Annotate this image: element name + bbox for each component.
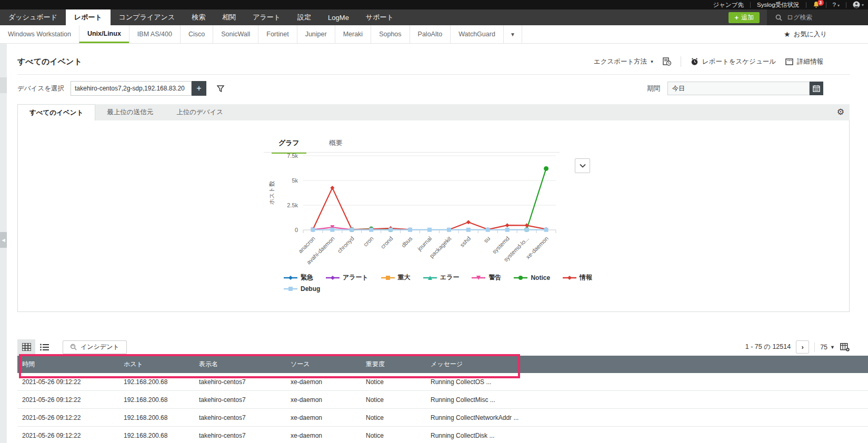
- alarm-clock-icon: [691, 58, 699, 66]
- list-view-button[interactable]: [35, 339, 53, 355]
- subnav-item-4[interactable]: SonicWall: [213, 25, 258, 43]
- collapse-handle[interactable]: ◀: [0, 232, 7, 248]
- subnav-item-8[interactable]: Sophos: [371, 25, 409, 43]
- chart-options-dropdown[interactable]: [575, 158, 590, 173]
- nav-tab-7[interactable]: LogMe: [320, 9, 357, 25]
- cell-2: takehiro-centos7: [194, 378, 286, 386]
- subnav-item-9[interactable]: PaloAlto: [410, 25, 451, 43]
- cell-1: 192.168.200.68: [119, 432, 194, 439]
- topbar: ジャンプ先 Syslog受信状況 3 ?▾ ▾: [0, 0, 868, 9]
- grid-view-button[interactable]: [17, 339, 35, 355]
- legend-item-3[interactable]: エラー: [423, 273, 460, 282]
- svg-text:su: su: [482, 235, 491, 244]
- cell-5: Running CollectOS ...: [426, 378, 868, 386]
- subnav-item-1[interactable]: Unix/Linux: [79, 25, 129, 43]
- column-header-2[interactable]: 表示名: [194, 360, 286, 369]
- nav-tab-0[interactable]: ダッシュボード: [0, 9, 66, 25]
- next-page-button[interactable]: ›: [796, 340, 809, 354]
- gear-icon[interactable]: ⚙: [837, 107, 844, 117]
- subnav-item-2[interactable]: IBM AS/400: [129, 25, 180, 43]
- chevron-down-icon: ▾: [837, 3, 840, 8]
- filter-icon[interactable]: [217, 85, 224, 92]
- column-header-0[interactable]: 時間: [17, 360, 119, 369]
- table-row[interactable]: 2021-05-26 09:12:22192.168.200.68takehir…: [17, 409, 868, 427]
- report-tab-2[interactable]: 上位のデバイス: [165, 104, 235, 120]
- nav-tab-8[interactable]: サポート: [357, 9, 402, 25]
- legend-item-4[interactable]: 警告: [472, 273, 501, 282]
- table-row[interactable]: 2021-05-26 09:12:22192.168.200.68takehir…: [17, 373, 868, 391]
- period-input[interactable]: 今日: [667, 82, 810, 95]
- column-header-1[interactable]: ホスト: [119, 360, 194, 369]
- divider: [814, 343, 815, 352]
- column-header-5[interactable]: メッセージ: [426, 360, 868, 369]
- device-select-input[interactable]: takehiro-centos7,2g-sdp,192.168.83.20: [71, 81, 192, 96]
- table-row[interactable]: 2021-05-26 09:12:22192.168.200.68takehir…: [17, 391, 868, 409]
- divider: [681, 56, 681, 67]
- table-row[interactable]: 2021-05-26 09:12:22192.168.200.68takehir…: [17, 427, 868, 443]
- legend-label: エラー: [440, 273, 460, 282]
- report-tab-1[interactable]: 最上位の送信元: [95, 104, 165, 120]
- nav-tab-1[interactable]: レポート: [66, 9, 111, 25]
- legend-label: Debug: [301, 285, 320, 293]
- cell-3: xe-daemon: [286, 432, 361, 439]
- incident-search-icon: [70, 344, 77, 350]
- add-button[interactable]: + 追加: [729, 12, 760, 23]
- subnav-item-7[interactable]: Meraki: [335, 25, 371, 43]
- account-button[interactable]: ▾: [853, 1, 864, 8]
- cell-2: takehiro-centos7: [194, 432, 286, 439]
- nav-tab-4[interactable]: 相関: [214, 9, 244, 25]
- add-device-button[interactable]: +: [192, 81, 206, 96]
- subnav-item-3[interactable]: Cisco: [180, 25, 213, 43]
- chart-legend: 緊急アラート重大エラー警告Notice情報Debug: [284, 273, 600, 293]
- subnav-item-5[interactable]: Fortinet: [258, 25, 296, 43]
- divider: [826, 2, 826, 8]
- nav-tab-2[interactable]: コンプライアンス: [111, 9, 183, 25]
- device-type-nav: Windows WorkstationUnix/LinuxIBM AS/400C…: [0, 25, 868, 44]
- calendar-icon: [813, 85, 820, 92]
- help-button[interactable]: ?▾: [833, 2, 840, 8]
- notifications-button[interactable]: 3: [813, 1, 820, 8]
- nav-tab-6[interactable]: 設定: [289, 9, 320, 25]
- cell-4: Notice: [361, 432, 426, 439]
- incident-button[interactable]: インシデント: [63, 340, 127, 354]
- add-column-button[interactable]: [840, 343, 850, 351]
- svg-text:cron: cron: [362, 235, 375, 248]
- diamond-marker-icon: [284, 275, 297, 281]
- cell-1: 192.168.200.68: [119, 414, 194, 421]
- export-history-button[interactable]: [663, 57, 671, 66]
- cell-2: takehiro-centos7: [194, 414, 286, 421]
- subnav-item-0[interactable]: Windows Workstation: [0, 25, 79, 43]
- favorites-button[interactable]: ★ お気に入り: [784, 25, 827, 43]
- svg-text:systemd: systemd: [491, 235, 511, 255]
- log-search-box[interactable]: ログ検索: [767, 9, 868, 25]
- legend-item-6[interactable]: 情報: [563, 273, 592, 282]
- schedule-report-button[interactable]: レポートをスケジュール: [691, 57, 776, 66]
- column-header-3[interactable]: ソース: [286, 360, 361, 369]
- legend-item-2[interactable]: 重大: [381, 273, 411, 282]
- subnav-item-6[interactable]: Juniper: [297, 25, 335, 43]
- pagination-info: 1 - 75 の 12514: [745, 343, 791, 351]
- legend-item-7[interactable]: Debug: [284, 285, 320, 293]
- legend-item-1[interactable]: アラート: [326, 273, 368, 282]
- cell-0: 2021-05-26 09:12:22: [17, 396, 119, 404]
- svg-text:crond: crond: [380, 235, 394, 250]
- nav-tab-3[interactable]: 検索: [183, 9, 214, 25]
- cell-0: 2021-05-26 09:12:22: [17, 414, 119, 421]
- calendar-button[interactable]: [810, 82, 823, 95]
- details-button[interactable]: 詳細情報: [785, 57, 823, 66]
- details-window-icon: [785, 58, 793, 66]
- cell-5: Running CollectDisk ...: [426, 432, 868, 439]
- subnav-item-10[interactable]: WatchGuard: [450, 25, 503, 43]
- export-menu-button[interactable]: エクスポート方法 ▾: [594, 57, 653, 66]
- page-size-dropdown[interactable]: 75 ▼: [820, 344, 835, 351]
- nav-tab-5[interactable]: アラート: [244, 9, 289, 25]
- syslog-status-link[interactable]: Syslog受信状況: [757, 1, 800, 9]
- jump-to-link[interactable]: ジャンプ先: [713, 1, 744, 9]
- page-title: すべてのイベント: [17, 57, 82, 67]
- report-tab-0[interactable]: すべてのイベント: [17, 104, 95, 120]
- more-device-types-dropdown[interactable]: ▼: [503, 25, 522, 43]
- document-clock-icon: [663, 57, 671, 66]
- legend-item-0[interactable]: 緊急: [284, 273, 313, 282]
- legend-item-5[interactable]: Notice: [514, 273, 550, 282]
- column-header-4[interactable]: 重要度: [361, 360, 426, 369]
